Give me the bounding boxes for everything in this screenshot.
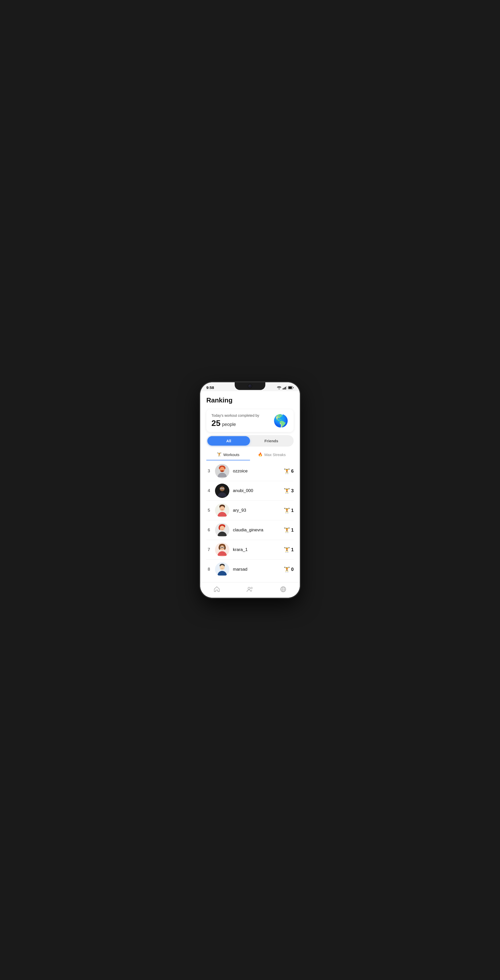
friends-tab[interactable]: Friends bbox=[250, 436, 292, 445]
fire-icon: 🔥 bbox=[258, 452, 263, 457]
global-icon bbox=[280, 586, 286, 593]
rank-number: 7 bbox=[206, 547, 211, 552]
workout-subtitle: Today's workout completed by bbox=[211, 414, 259, 417]
rank-number: 8 bbox=[206, 567, 211, 572]
svg-point-13 bbox=[220, 470, 224, 472]
workouts-subtab[interactable]: 🏋 Workouts bbox=[206, 450, 250, 460]
avatar bbox=[215, 464, 229, 478]
home-icon bbox=[214, 586, 220, 593]
all-tab[interactable]: All bbox=[208, 436, 250, 445]
svg-rect-0 bbox=[283, 388, 283, 390]
table-row: 3 bbox=[200, 461, 300, 481]
tab-container: All Friends bbox=[206, 435, 294, 447]
workout-count-label: people bbox=[222, 422, 236, 427]
table-row: 7 bbox=[200, 540, 300, 559]
score-value: 0 bbox=[291, 567, 294, 572]
notch bbox=[235, 382, 265, 390]
workout-icon: 🏋 bbox=[284, 468, 290, 474]
username: ozzoice bbox=[233, 469, 280, 474]
avatar bbox=[215, 484, 229, 498]
avatar bbox=[215, 503, 229, 517]
username: krara_1 bbox=[233, 547, 280, 552]
ranking-list: 3 bbox=[200, 460, 300, 580]
workout-icon: 🏋 bbox=[284, 527, 290, 533]
svg-point-21 bbox=[223, 488, 224, 489]
workout-count: 25 people bbox=[211, 418, 259, 428]
workout-icon: 🏋 bbox=[284, 508, 290, 514]
score-value: 6 bbox=[291, 469, 294, 474]
sub-tabs: 🏋 Workouts 🔥 Max Streaks bbox=[206, 450, 294, 460]
screen: 9:58 bbox=[200, 382, 300, 598]
score-value: 1 bbox=[291, 547, 294, 552]
rank-number: 4 bbox=[206, 488, 211, 493]
avatar bbox=[215, 562, 229, 576]
workout-score: 🏋 6 bbox=[284, 468, 294, 474]
workout-score: 🏋 3 bbox=[284, 488, 294, 494]
workouts-label: Workouts bbox=[223, 452, 239, 457]
battery-icon bbox=[288, 386, 294, 389]
workout-score: 🏋 1 bbox=[284, 547, 294, 553]
username: anubi_000 bbox=[233, 488, 280, 493]
workout-icon: 🏋 bbox=[284, 547, 290, 553]
max-streaks-subtab[interactable]: 🔥 Max Streaks bbox=[250, 450, 294, 460]
max-streaks-label: Max Streaks bbox=[264, 452, 286, 457]
table-row: 5 ary_93 🏋 bbox=[200, 501, 300, 520]
svg-rect-40 bbox=[220, 547, 222, 548]
status-icons bbox=[277, 386, 294, 390]
table-row: 6 claudia_ginevra bbox=[200, 520, 300, 540]
avatar bbox=[215, 542, 229, 557]
nav-global[interactable] bbox=[276, 585, 291, 593]
svg-rect-5 bbox=[289, 387, 292, 389]
svg-point-25 bbox=[220, 506, 224, 511]
rank-number: 6 bbox=[206, 528, 211, 533]
svg-rect-2 bbox=[285, 387, 286, 390]
page-title: Ranking bbox=[206, 396, 294, 404]
app-content: Ranking Today's workout completed by 25 … bbox=[200, 391, 300, 582]
svg-point-48 bbox=[251, 587, 252, 589]
table-row: 8 marsad 🏋 0 bbox=[200, 560, 300, 579]
svg-point-46 bbox=[220, 565, 224, 570]
wifi-icon bbox=[277, 386, 281, 390]
svg-point-20 bbox=[221, 488, 222, 489]
score-value: 3 bbox=[291, 488, 294, 493]
workout-card-text: Today's workout completed by 25 people bbox=[211, 414, 259, 428]
nav-friends[interactable] bbox=[242, 585, 258, 593]
globe-emoji: 🌎 bbox=[273, 415, 289, 427]
workout-score: 🏋 1 bbox=[284, 527, 294, 533]
page-header: Ranking bbox=[200, 393, 300, 406]
signal-icon bbox=[283, 386, 287, 390]
avatar bbox=[215, 523, 229, 537]
workout-card: Today's workout completed by 25 people 🌎 bbox=[206, 409, 294, 432]
score-value: 1 bbox=[291, 508, 294, 513]
svg-rect-41 bbox=[223, 547, 224, 548]
workout-score: 🏋 1 bbox=[284, 508, 294, 514]
workout-count-number: 25 bbox=[211, 418, 220, 428]
workout-score: 🏋 0 bbox=[284, 566, 294, 573]
workouts-icon: 🏋 bbox=[217, 452, 222, 457]
username: marsad bbox=[233, 567, 280, 572]
workout-icon: 🏋 bbox=[284, 566, 290, 573]
rank-number: 3 bbox=[206, 469, 211, 474]
friends-icon bbox=[246, 586, 254, 593]
phone-frame: 9:58 bbox=[200, 382, 300, 598]
rank-number: 5 bbox=[206, 508, 211, 513]
svg-point-47 bbox=[248, 587, 250, 589]
score-value: 1 bbox=[291, 528, 294, 533]
table-row: 4 bbox=[200, 481, 300, 501]
svg-rect-3 bbox=[286, 386, 287, 390]
nav-home[interactable] bbox=[209, 585, 224, 593]
status-time: 9:58 bbox=[206, 385, 214, 390]
username: claudia_ginevra bbox=[233, 528, 280, 533]
bottom-nav bbox=[200, 582, 300, 598]
svg-rect-1 bbox=[284, 388, 285, 390]
username: ary_93 bbox=[233, 508, 280, 513]
workout-icon: 🏋 bbox=[284, 488, 290, 494]
camera bbox=[248, 384, 252, 388]
